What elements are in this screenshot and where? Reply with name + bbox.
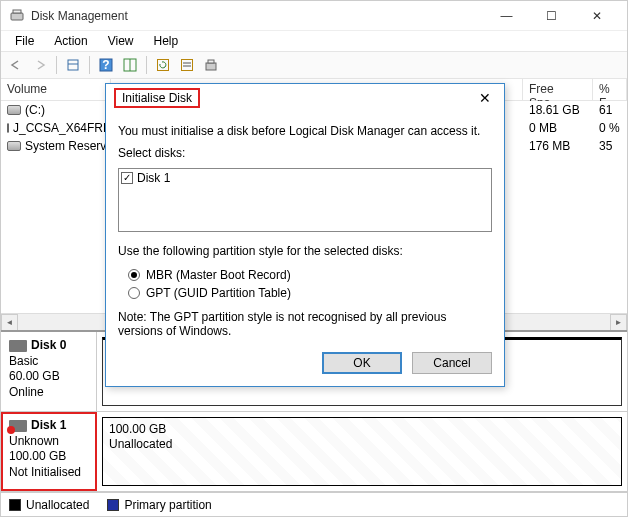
close-button[interactable]: ✕ <box>574 1 619 30</box>
dialog-close-button[interactable]: ✕ <box>470 86 500 110</box>
radio-gpt[interactable]: GPT (GUID Partition Table) <box>118 284 492 302</box>
initialise-disk-dialog: Initialise Disk ✕ You must initialise a … <box>105 83 505 387</box>
scroll-left-icon[interactable]: ◄ <box>1 314 18 331</box>
radio-icon[interactable] <box>128 287 140 299</box>
select-disks-label: Select disks: <box>118 146 492 160</box>
app-icon <box>9 8 25 24</box>
back-button[interactable] <box>5 54 27 76</box>
dialog-title: Initialise Disk <box>114 88 200 108</box>
disc-icon <box>7 123 9 133</box>
ok-button[interactable]: OK <box>322 352 402 374</box>
drive-icon <box>7 141 21 151</box>
help-icon[interactable]: ? <box>95 54 117 76</box>
window-titlebar: Disk Management — ☐ ✕ <box>1 1 627 31</box>
legend: Unallocated Primary partition <box>1 492 627 516</box>
checkbox-icon[interactable]: ✓ <box>121 172 133 184</box>
dialog-intro: You must initialise a disk before Logica… <box>118 124 492 138</box>
svg-rect-12 <box>206 63 216 70</box>
cancel-button[interactable]: Cancel <box>412 352 492 374</box>
disk-error-icon <box>9 420 27 432</box>
swatch-primary <box>107 499 119 511</box>
col-pct[interactable]: % F <box>593 79 627 100</box>
svg-rect-13 <box>208 60 214 63</box>
col-free[interactable]: Free Spa... <box>523 79 593 100</box>
minimize-button[interactable]: — <box>484 1 529 30</box>
toolbar: ? <box>1 51 627 79</box>
svg-rect-2 <box>68 60 78 70</box>
menu-action[interactable]: Action <box>46 32 95 50</box>
drive-icon <box>7 105 21 115</box>
svg-rect-9 <box>182 60 193 71</box>
properties-button[interactable] <box>62 54 84 76</box>
disk-0-label[interactable]: Disk 0 Basic 60.00 GB Online <box>1 332 97 411</box>
maximize-button[interactable]: ☐ <box>529 1 574 30</box>
menu-view[interactable]: View <box>100 32 142 50</box>
svg-text:?: ? <box>102 58 109 72</box>
svg-rect-1 <box>13 10 21 13</box>
disk-1-label[interactable]: Disk 1 Unknown 100.00 GB Not Initialised <box>1 412 97 491</box>
partition-unallocated[interactable]: 100.00 GB Unallocated <box>102 417 622 486</box>
disk-icon <box>9 340 27 352</box>
disk-select-list[interactable]: ✓ Disk 1 <box>118 168 492 232</box>
view-icon[interactable] <box>119 54 141 76</box>
menu-help[interactable]: Help <box>146 32 187 50</box>
col-volume[interactable]: Volume <box>1 79 111 100</box>
refresh-icon[interactable] <box>152 54 174 76</box>
svg-rect-8 <box>158 60 169 71</box>
radio-icon[interactable] <box>128 269 140 281</box>
window-title: Disk Management <box>31 9 484 23</box>
partition-style-label: Use the following partition style for th… <box>118 244 492 258</box>
disk-row-1: Disk 1 Unknown 100.00 GB Not Initialised… <box>1 412 627 492</box>
forward-button[interactable] <box>29 54 51 76</box>
svg-rect-0 <box>11 13 23 20</box>
radio-mbr[interactable]: MBR (Master Boot Record) <box>118 266 492 284</box>
menu-file[interactable]: File <box>7 32 42 50</box>
menubar: File Action View Help <box>1 31 627 51</box>
swatch-unallocated <box>9 499 21 511</box>
list-icon[interactable] <box>176 54 198 76</box>
gpt-note: Note: The GPT partition style is not rec… <box>118 310 492 338</box>
settings-icon[interactable] <box>200 54 222 76</box>
disk-list-item[interactable]: ✓ Disk 1 <box>121 171 489 185</box>
scroll-right-icon[interactable]: ► <box>610 314 627 331</box>
